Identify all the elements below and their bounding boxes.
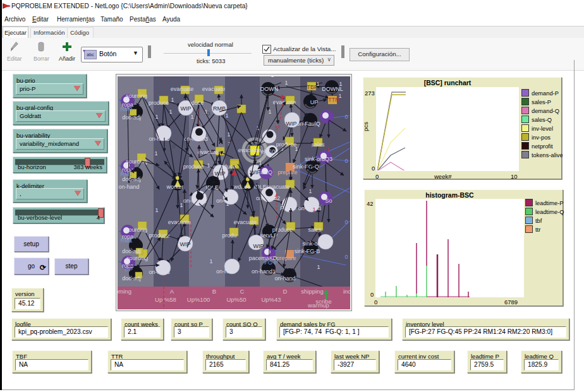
svg-text:sourcing: sourcing bbox=[126, 93, 147, 99]
svg-text:doc-adj: doc-adj bbox=[122, 176, 141, 182]
svg-text:produce: produce bbox=[216, 163, 236, 170]
svg-text:on-FaulB: on-FaulB bbox=[298, 205, 322, 211]
svg-text:0: 0 bbox=[344, 114, 348, 120]
svg-text:prepare: prepare bbox=[276, 255, 296, 261]
svg-text:1: 1 bbox=[339, 81, 342, 87]
svg-text:on-hand: on-hand bbox=[274, 275, 295, 282]
svg-text:0: 0 bbox=[344, 219, 348, 225]
svg-text:evacuate: evacuate bbox=[273, 99, 296, 105]
svg-text:1: 1 bbox=[259, 160, 262, 166]
svg-text:1: 1 bbox=[316, 81, 319, 87]
svg-text:shipping: shipping bbox=[301, 288, 323, 295]
svg-text:evacuate: evacuate bbox=[171, 86, 194, 92]
svg-text:D: D bbox=[283, 288, 288, 295]
svg-text:evacuate: evacuate bbox=[168, 219, 192, 225]
svg-text:sales: sales bbox=[311, 141, 325, 148]
svg-text:1: 1 bbox=[338, 93, 341, 99]
svg-text:1: 1 bbox=[207, 162, 210, 169]
svg-text:0: 0 bbox=[172, 143, 175, 150]
svg-text:1: 1 bbox=[179, 202, 183, 208]
svg-text:on-hand3: on-hand3 bbox=[184, 136, 208, 142]
svg-text:produce: produce bbox=[149, 100, 169, 106]
svg-text:sink-FG-B: sink-FG-B bbox=[295, 248, 320, 254]
svg-text:eFG0: eFG0 bbox=[261, 148, 276, 155]
svg-text:C: C bbox=[240, 288, 245, 295]
svg-text:WIP: WIP bbox=[180, 241, 191, 247]
svg-text:5: 5 bbox=[275, 125, 278, 131]
svg-text:evacuate: evacuate bbox=[234, 219, 257, 225]
svg-text:1: 1 bbox=[155, 114, 158, 120]
svg-text:produce: produce bbox=[183, 100, 204, 106]
svg-text:on-FaulQ: on-FaulQ bbox=[296, 121, 320, 127]
svg-text:inc: inc bbox=[343, 288, 350, 295]
svg-text:A: A bbox=[170, 288, 174, 295]
svg-text:WIP: WIP bbox=[286, 121, 297, 127]
svg-text:on-hand1: on-hand1 bbox=[252, 268, 276, 275]
svg-text:doc-adj: doc-adj bbox=[122, 248, 141, 254]
svg-text:1: 1 bbox=[226, 201, 229, 207]
svg-text:on-hand: on-hand bbox=[118, 184, 139, 190]
svg-text:Up%43: Up%43 bbox=[261, 296, 281, 303]
svg-text:1: 1 bbox=[295, 146, 298, 152]
svg-text:1: 1 bbox=[209, 258, 212, 264]
svg-text:produce: produce bbox=[149, 232, 170, 239]
svg-text:B: B bbox=[212, 288, 216, 295]
svg-text:on-hand: on-hand bbox=[149, 269, 169, 275]
svg-text:1: 1 bbox=[284, 80, 288, 86]
svg-text:produce: produce bbox=[272, 227, 293, 233]
svg-text:WIP: WIP bbox=[215, 170, 226, 177]
svg-text:prepare: prepare bbox=[277, 169, 297, 175]
svg-text:doc-adj: doc-adj bbox=[122, 275, 141, 282]
svg-text:DOWN: DOWN bbox=[260, 86, 279, 92]
svg-text:oming: oming bbox=[118, 288, 131, 295]
svg-text:sink-ordB3: sink-ordB3 bbox=[302, 241, 329, 247]
svg-text:1: 1 bbox=[317, 264, 320, 270]
svg-text:1: 1 bbox=[271, 76, 274, 78]
svg-text:IDLEevacuate: IDLEevacuate bbox=[254, 184, 290, 190]
svg-text:sink-ordQ3: sink-ordQ3 bbox=[305, 156, 332, 162]
svg-text:sourcing: sourcing bbox=[126, 255, 148, 261]
svg-text:wdLee: wdLee bbox=[233, 184, 251, 190]
svg-text:1: 1 bbox=[171, 97, 174, 103]
svg-text:evacuate: evacuate bbox=[238, 147, 262, 153]
svg-text:evacuate: evacuate bbox=[198, 149, 221, 155]
svg-text:RMB: RMB bbox=[213, 105, 226, 112]
svg-text:produ: produ bbox=[222, 232, 236, 239]
svg-text:worker: worker bbox=[166, 184, 183, 190]
svg-text:sourcing: sourcing bbox=[126, 227, 147, 233]
svg-text:UP: UP bbox=[310, 99, 319, 105]
svg-text:FG-P: FG-P bbox=[264, 259, 278, 266]
svg-text:PP: PP bbox=[125, 266, 133, 273]
svg-text:1: 1 bbox=[326, 146, 329, 153]
svg-text:1: 1 bbox=[169, 109, 172, 115]
svg-text:produce: produce bbox=[183, 163, 204, 170]
svg-text:1: 1 bbox=[154, 150, 157, 157]
svg-text:1: 1 bbox=[268, 109, 271, 115]
svg-text:Up%50: Up%50 bbox=[226, 296, 246, 303]
svg-text:doc-adj: doc-adj bbox=[122, 114, 141, 121]
svg-text:1: 1 bbox=[308, 188, 312, 194]
svg-text:1: 1 bbox=[227, 131, 230, 138]
svg-text:on-har: on-har bbox=[216, 198, 233, 204]
svg-text:So: So bbox=[325, 198, 332, 204]
svg-text:1: 1 bbox=[312, 206, 315, 213]
svg-text:1: 1 bbox=[155, 207, 158, 213]
svg-text:FGLP: FGLP bbox=[280, 205, 295, 211]
svg-text:on-hand: on-hand bbox=[149, 136, 169, 142]
svg-text:Up %58: Up %58 bbox=[155, 296, 176, 303]
svg-text:sales: sales bbox=[308, 227, 322, 233]
svg-text:servLP: servLP bbox=[260, 232, 277, 239]
svg-text:WIP: WIP bbox=[181, 105, 192, 112]
svg-text:WIP: WIP bbox=[250, 169, 261, 175]
svg-text:1: 1 bbox=[190, 114, 193, 120]
svg-text:on-har: on-har bbox=[216, 268, 233, 275]
svg-text:4: 4 bbox=[274, 193, 277, 199]
svg-text:Up%100: Up%100 bbox=[187, 296, 210, 303]
svg-text:RM3: RM3 bbox=[120, 106, 132, 112]
svg-text:7: 7 bbox=[227, 141, 230, 147]
svg-text:warmup: warmup bbox=[307, 302, 329, 309]
svg-text:WIP: WIP bbox=[253, 243, 264, 249]
svg-text:RM1: RM1 bbox=[120, 237, 132, 244]
svg-text:0: 0 bbox=[344, 254, 348, 260]
svg-text:1: 1 bbox=[225, 112, 228, 119]
